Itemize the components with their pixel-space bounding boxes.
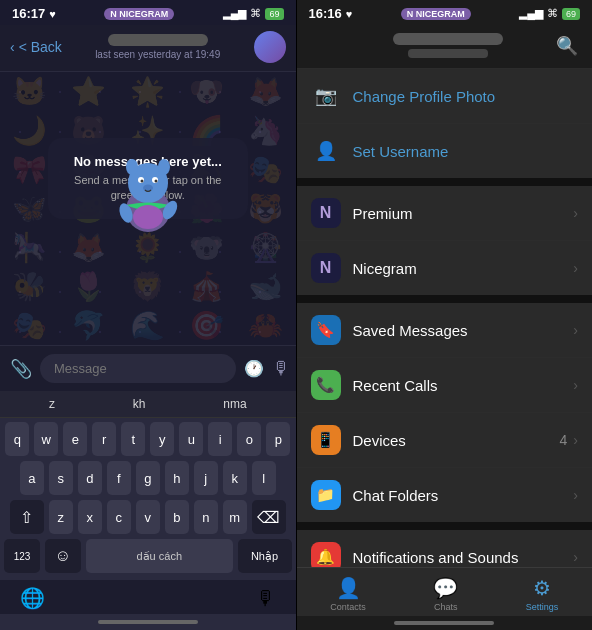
saved-label: Saved Messages [353,322,574,339]
key-z[interactable]: z [49,500,73,534]
notifications-label: Notifications and Sounds [353,549,574,566]
nicegram-item[interactable]: N Nicegram › [297,241,593,295]
message-input[interactable] [40,354,236,383]
key-row-1: q w e r t y u i o p [4,422,292,456]
search-icon[interactable]: 🔍 [556,35,578,57]
time-right: 16:16 [309,6,342,21]
gap-2 [297,295,593,303]
key-b[interactable]: b [165,500,189,534]
suggestion-3[interactable]: nma [223,397,246,411]
notifications-icon: 🔔 [311,542,341,567]
attach-button[interactable]: 📎 [10,358,32,380]
keyboard: q w e r t y u i o p a s d f g h j k l ⇧ … [0,418,296,580]
back-label: < Back [19,39,62,55]
settings-scroll[interactable]: 📷 Change Profile Photo 👤 Set Username N … [297,69,593,567]
key-i[interactable]: i [208,422,232,456]
change-photo-label: Change Profile Photo [353,88,579,105]
chat-header: ‹ < Back last seen yesterday at 19:49 [0,25,296,72]
saved-icon: 🔖 [311,315,341,345]
signal-left: ▂▄▆ [223,7,247,20]
sticker-button[interactable]: 🕐 [244,359,264,378]
svg-point-6 [143,185,153,192]
heart-left: ♥ [49,8,56,20]
key-y[interactable]: y [150,422,174,456]
key-c[interactable]: c [107,500,131,534]
key-shift[interactable]: ⇧ [10,500,44,534]
key-r[interactable]: r [92,422,116,456]
key-a[interactable]: a [20,461,44,495]
saved-messages-item[interactable]: 🔖 Saved Messages › [297,303,593,358]
nicegram-chevron: › [573,260,578,276]
sticker-character [108,145,188,235]
chat-background: 🐱⭐🌟🐶🦊 🌙🐻✨🌈🦄 🎀🌸🐼💫🎭 🦋🐸🎪🌺🐯 🎠🦊🌻🐨🎡 🐝🌷🦁🎪🐋 🎭🐬🌊🎯… [0,72,296,345]
avatar [254,31,286,63]
mic-button[interactable]: 🎙 [272,358,290,379]
key-space[interactable]: dấu cách [86,539,233,573]
svg-point-9 [133,205,163,229]
profile-name-bar [393,33,503,45]
tab-settings[interactable]: ⚙ Settings [526,576,559,612]
change-photo-item[interactable]: 📷 Change Profile Photo [297,69,593,124]
key-t[interactable]: t [121,422,145,456]
back-button[interactable]: ‹ < Back [10,39,62,55]
status-bar-right: 16:16 ♥ N NICEGRAM ▂▄▆ ⌘ 69 [297,0,593,25]
premium-item[interactable]: N Premium › [297,186,593,241]
chat-folders-item[interactable]: 📁 Chat Folders › [297,468,593,522]
key-j[interactable]: j [194,461,218,495]
keyboard-suggestions: z kh nma [0,391,296,418]
key-w[interactable]: w [34,422,58,456]
key-u[interactable]: u [179,422,203,456]
key-g[interactable]: g [136,461,160,495]
key-k[interactable]: k [223,461,247,495]
profile-phone-bar [408,49,488,58]
devices-chevron: › [573,432,578,448]
premium-chevron: › [573,205,578,221]
suggestion-2[interactable]: kh [133,397,146,411]
key-d[interactable]: d [78,461,102,495]
key-f[interactable]: f [107,461,131,495]
folders-icon: 📁 [311,480,341,510]
battery-left: 69 [265,8,283,20]
profile-actions-section: 📷 Change Profile Photo 👤 Set Username [297,69,593,178]
last-seen: last seen yesterday at 19:49 [62,49,254,60]
set-username-item[interactable]: 👤 Set Username [297,124,593,178]
tab-contacts[interactable]: 👤 Contacts [330,576,366,612]
profile-center [341,33,557,58]
settings-header: 🔍 [297,25,593,69]
chats-icon: 💬 [433,576,458,600]
premium-label: Premium [353,205,574,222]
devices-item[interactable]: 📱 Devices 4 › [297,413,593,468]
right-panel: 16:16 ♥ N NICEGRAM ▂▄▆ ⌘ 69 🔍 📷 Change P… [297,0,593,630]
settings-icon: ⚙ [533,576,551,600]
bottom-bar-left: 🌐 🎙 [0,580,296,614]
key-s[interactable]: s [49,461,73,495]
key-h[interactable]: h [165,461,189,495]
key-v[interactable]: v [136,500,160,534]
suggestion-1[interactable]: z [49,397,55,411]
key-x[interactable]: x [78,500,102,534]
calls-chevron: › [573,377,578,393]
key-n[interactable]: n [194,500,218,534]
globe-button[interactable]: 🌐 [20,586,45,610]
key-e[interactable]: e [63,422,87,456]
key-return[interactable]: Nhập [238,539,292,573]
key-123[interactable]: 123 [4,539,40,573]
key-p[interactable]: p [266,422,290,456]
user-icon: 👤 [311,136,341,166]
mic-bottom-button[interactable]: 🎙 [256,587,276,610]
tab-chats[interactable]: 💬 Chats [433,576,458,612]
home-indicator-left [0,614,296,630]
key-q[interactable]: q [5,422,29,456]
key-m[interactable]: m [223,500,247,534]
chats-label: Chats [434,602,458,612]
key-backspace[interactable]: ⌫ [252,500,286,534]
recent-calls-item[interactable]: 📞 Recent Calls › [297,358,593,413]
key-emoji[interactable]: ☺ [45,539,81,573]
nicegram-badge-right: N NICEGRAM [401,8,471,20]
notifications-item[interactable]: 🔔 Notifications and Sounds › [297,530,593,567]
camera-icon: 📷 [311,81,341,111]
nicegram-label: Nicegram [353,260,574,277]
key-o[interactable]: o [237,422,261,456]
key-l[interactable]: l [252,461,276,495]
wifi-left: ⌘ [250,7,261,20]
